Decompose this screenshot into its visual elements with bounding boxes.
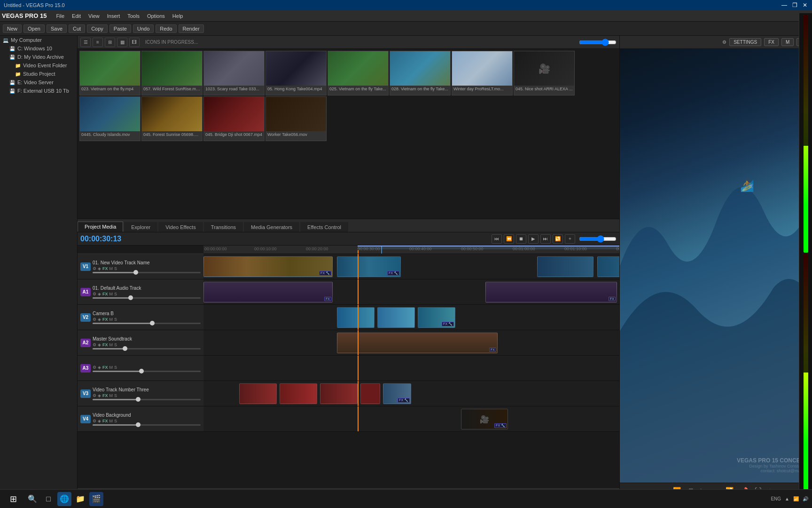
open-button[interactable]: Open (23, 24, 45, 33)
menu-help[interactable]: Help (169, 12, 187, 20)
clip-v3-3[interactable] (320, 383, 358, 404)
clip-v1-2[interactable]: FX 🔧 (337, 256, 401, 277)
menu-view[interactable]: View (85, 12, 103, 20)
track-lane-a2[interactable]: for(let i=0;i<113;i++){document.currentS… (203, 330, 619, 355)
track-ctrl-settings-v4[interactable]: ⚙ (93, 419, 96, 423)
menu-edit[interactable]: Edit (68, 12, 85, 20)
track-ctrl-fx-a3[interactable]: FX (102, 365, 108, 370)
tab-transitions[interactable]: Transitions (204, 222, 243, 232)
view-list-button[interactable]: ☰ (80, 38, 91, 47)
clip-a1-2[interactable]: for(let i=0;i<92;i++){document.currentSc… (485, 282, 617, 302)
timeline-stop-button[interactable]: ⏹ (516, 234, 526, 244)
start-button[interactable]: ⊞ (4, 492, 23, 506)
clip-v2-2[interactable] (377, 307, 415, 328)
taskbar-edge-icon[interactable]: 🌐 (57, 492, 71, 506)
track-ctrl-vol-a3[interactable]: ◈ (98, 365, 101, 370)
volume-knob-a1[interactable] (128, 295, 133, 300)
clip-v4-1[interactable]: 🎥 FX 🔧 (461, 409, 508, 429)
clip-v1-3[interactable] (537, 256, 593, 277)
media-thumb-9[interactable]: 0445. Cloudy Islands.mov (79, 96, 141, 141)
view-details-button[interactable]: ≡ (93, 38, 103, 47)
track-lane-v1[interactable]: FX 🔧 FX 🔧 (203, 254, 619, 279)
track-ctrl-settings-v3[interactable]: ⚙ (93, 393, 96, 398)
media-thumb-6[interactable]: 028. Vietnam on the fly Take... (390, 51, 451, 95)
volume-knob-a3[interactable] (139, 369, 144, 373)
media-thumb-7[interactable]: Winter day ProResLT.mo... (452, 51, 513, 95)
track-lane-v4[interactable]: 🎥 FX 🔧 (203, 406, 619, 431)
media-thumb-11[interactable]: 045. Bridge Dji shot 0067.mp4 (203, 96, 265, 141)
thumbnail-size-slider[interactable] (579, 39, 617, 46)
track-ctrl-s-a1[interactable]: S (114, 292, 117, 296)
undo-button[interactable]: Undo (133, 24, 154, 33)
clip-a2-1[interactable]: for(let i=0;i<113;i++){document.currentS… (337, 333, 498, 353)
clip-v3-2[interactable] (280, 383, 317, 404)
track-ctrl-comp-v3[interactable]: ◈ (98, 393, 101, 398)
media-thumb-10[interactable]: 045. Forest Sunrise 05698.mov (141, 96, 203, 141)
media-thumb-12[interactable]: Worker Take056.mov (265, 96, 327, 141)
track-ctrl-s-v1[interactable]: S (114, 266, 117, 271)
media-thumb-8[interactable]: 🎥 045. Nice shot ARRI ALEXA ... (514, 51, 575, 95)
track-ctrl-compositing-v1[interactable]: ◈ (98, 266, 101, 271)
volume-knob-v2[interactable] (150, 321, 155, 325)
media-thumb-3[interactable]: 1023. Scary road Take 033... (203, 51, 265, 95)
taskbar-files-icon[interactable]: 📁 (73, 492, 87, 506)
sidebar-item-f-drive[interactable]: 💾 F: External USB 10 Tb (0, 87, 77, 95)
track-lane-a3[interactable]: for(let i=0;i<39;i++){document.currentSc… (203, 356, 619, 381)
timeline-prev-button[interactable]: ⏮ (492, 234, 502, 244)
track-ctrl-s-v4[interactable]: S (114, 419, 117, 423)
restore-button[interactable]: ❐ (791, 2, 798, 8)
taskbar-search-icon[interactable]: 🔍 (25, 492, 39, 506)
tab-project-media[interactable]: Project Media (78, 222, 123, 232)
track-ctrl-s-v3[interactable]: S (114, 393, 117, 398)
timeline-back-button[interactable]: ⏪ (504, 234, 514, 244)
sidebar-item-d-drive[interactable]: 💾 D: My Video Archive (0, 53, 77, 61)
sidebar-item-c-drive[interactable]: 💾 C: Windows 10 (0, 44, 77, 53)
clip-v3-5[interactable]: FX 🔧 (383, 383, 411, 404)
media-thumb-2[interactable]: 057. Wild Forest SunRise.mp4 (141, 51, 203, 95)
track-ctrl-fx-a1[interactable]: FX (102, 292, 108, 296)
menu-insert[interactable]: Insert (103, 12, 124, 20)
track-ctrl-settings-a1[interactable]: ⚙ (93, 292, 96, 296)
timeline-play-button[interactable]: ▶ (528, 234, 539, 244)
view-medium-button[interactable]: ▦ (117, 38, 127, 47)
sidebar-item-video-event-folder[interactable]: 📁 Video Event Folder (0, 61, 77, 70)
settings-button[interactable]: SETTINGS (729, 38, 761, 46)
track-ctrl-vol-a1[interactable]: ◈ (98, 292, 101, 296)
render-button[interactable]: Render (179, 24, 204, 33)
track-ctrl-s-a3[interactable]: S (114, 365, 117, 370)
view-film-button[interactable]: 🎞 (129, 38, 140, 47)
view-large-button[interactable]: ⊞ (105, 38, 115, 47)
track-ctrl-s-a2[interactable]: S (114, 342, 117, 347)
track-ctrl-m-a2[interactable]: M (109, 342, 113, 347)
volume-knob-v4[interactable] (136, 422, 141, 427)
volume-knob-v1[interactable] (133, 270, 138, 275)
clip-v2-1[interactable] (337, 307, 375, 328)
menu-options[interactable]: Options (143, 12, 169, 20)
cut-button[interactable]: Cut (69, 24, 85, 33)
clip-a1-1[interactable]: for(let i=0;i<90;i++){document.currentSc… (203, 282, 333, 302)
media-thumb-4[interactable]: 05. Hong Kong Take004.mp4 (265, 51, 327, 95)
track-ctrl-m-v2[interactable]: M (109, 317, 113, 322)
track-ctrl-settings-v1[interactable]: ⚙ (93, 266, 96, 271)
track-ctrl-settings-v2[interactable]: ⚙ (93, 317, 96, 322)
menu-file[interactable]: File (52, 12, 68, 20)
media-thumb-1[interactable]: 023. Vietnam on the fly.mp4 (79, 51, 141, 95)
paste-button[interactable]: Paste (109, 24, 131, 33)
clip-v1-1[interactable]: FX 🔧 (203, 256, 333, 277)
fx-button[interactable]: FX (764, 38, 779, 46)
clip-v1-4[interactable] (597, 256, 619, 277)
track-ctrl-fx-v4[interactable]: FX (102, 419, 108, 423)
tab-media-generators[interactable]: Media Generators (244, 222, 299, 232)
track-ctrl-fx-a2[interactable]: FX (102, 342, 108, 347)
track-ctrl-m-a3[interactable]: M (109, 365, 113, 370)
track-ctrl-comp-v2[interactable]: ◈ (98, 317, 101, 322)
track-ctrl-settings-a3[interactable]: ⚙ (93, 365, 96, 370)
track-ctrl-m-v3[interactable]: M (109, 393, 113, 398)
track-ctrl-s-v2[interactable]: S (114, 317, 117, 322)
m-button[interactable]: M (781, 38, 794, 46)
tab-explorer[interactable]: Explorer (124, 222, 157, 232)
sidebar-item-e-drive[interactable]: 💾 E: Video Server (0, 78, 77, 87)
volume-knob-v3[interactable] (136, 397, 141, 402)
close-button[interactable]: ✕ (802, 2, 808, 8)
volume-knob-a2[interactable] (123, 346, 127, 351)
